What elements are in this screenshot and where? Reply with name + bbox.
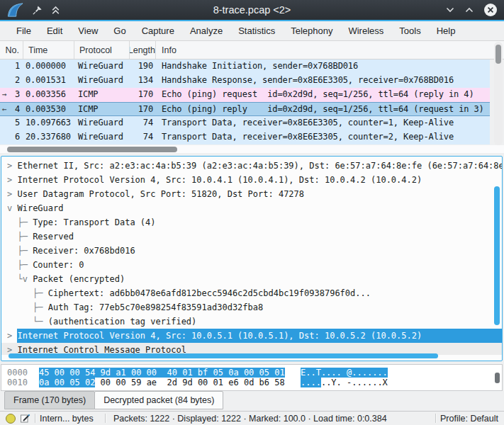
tree-row-10[interactable]: ├─ Auth Tag: 77eb5c70e898254f83591ad30d3… — [1, 300, 502, 314]
column-header-time[interactable]: Time — [23, 41, 74, 59]
related-request-arrow-icon: → — [2, 88, 7, 101]
statusbar-separator — [35, 414, 35, 423]
menu-edit[interactable]: Edit — [39, 22, 70, 40]
packet-row-1[interactable]: 10.000000WireGuard190Handshake Initiatio… — [0, 60, 490, 74]
menu-tools[interactable]: Tools — [391, 22, 428, 40]
cell-protocol: WireGuard — [74, 60, 130, 74]
expert-info-icon[interactable] — [6, 414, 16, 424]
column-header-no[interactable]: No. — [0, 41, 23, 59]
packet-row-3[interactable]: →30.003356ICMP170Echo (ping) request id=… — [0, 88, 490, 102]
shade-icon[interactable] — [50, 5, 61, 16]
collapsed-icon[interactable]: ├─ — [7, 244, 33, 258]
column-header-label: Info — [156, 45, 177, 55]
menubar: FileEditViewGoCaptureAnalyzeStatisticsTe… — [0, 21, 504, 41]
window-title: 8-trace.pcap <2> — [0, 0, 504, 20]
collapsed-icon[interactable]: └─ — [7, 314, 48, 329]
collapsed-icon[interactable]: ├─ — [7, 215, 33, 230]
tree-row-2[interactable]: > User Datagram Protocol, Src Port: 5182… — [1, 187, 502, 201]
tree-row-3[interactable]: v WireGuard — [1, 201, 502, 215]
hex-bytes-rest: 00 00 59 ae 2d 9d 00 01 e6 0d b6 58 — [95, 378, 284, 387]
tree-row-11[interactable]: └─ (authentication tag verified) — [1, 314, 502, 329]
cell-info: Transport Data, receiver=0x8E6E3305, cou… — [156, 130, 490, 144]
details-vscrollbar[interactable] — [494, 186, 500, 325]
cell-info: Handshake Response, sender=0x8E6E3305, r… — [156, 74, 490, 88]
menu-file[interactable]: File — [9, 22, 39, 40]
collapsed-icon[interactable]: > — [7, 173, 17, 187]
tree-row-12[interactable]: > Internet Protocol Version 4, Src: 10.0… — [1, 329, 502, 343]
column-header-info[interactable]: Info — [156, 41, 504, 59]
wireshark-window: 8-trace.pcap <2> — [0, 0, 504, 425]
packet-row-6[interactable]: 620.337680WireGuard74Transport Data, rec… — [0, 130, 490, 144]
tree-row-0[interactable]: > Ethernet II, Src: a2:e3:ac:4a:b5:39 (a… — [1, 159, 502, 173]
titlebar[interactable]: 8-trace.pcap <2> — [0, 0, 504, 20]
cell-length: 74 — [130, 130, 156, 144]
details-hscrollbar[interactable] — [9, 353, 438, 358]
packet-list: 10.000000WireGuard190Handshake Initiatio… — [0, 60, 490, 144]
menu-capture[interactable]: Capture — [134, 22, 182, 40]
hex-bytes[interactable]: 45 00 00 54 9d a1 00 00 40 01 bf 05 0a 0… — [39, 368, 285, 378]
hex-row-0010[interactable]: 00100a 00 05 02 00 00 59 ae 2d 9d 00 01 … — [1, 378, 502, 387]
cell-length: 190 — [130, 60, 156, 74]
packet-list-hscrollbar[interactable] — [0, 145, 504, 153]
close-button[interactable] — [483, 3, 498, 17]
tree-row-label: Receiver: 0x768bd016 — [33, 244, 135, 258]
tree-row-label: Internet Protocol Version 4, Src: 10.0.5… — [17, 329, 502, 343]
ascii-bytes[interactable]: E..T.... @....... — [301, 368, 388, 378]
tree-row-9[interactable]: ├─ Ciphertext: ad6bb0478e6afd812becc5946… — [1, 286, 502, 300]
collapsed-icon[interactable]: > — [7, 159, 17, 173]
column-header-length[interactable]: Length — [130, 41, 156, 59]
menu-go[interactable]: Go — [106, 22, 133, 40]
cell-info: Transport Data, receiver=0x8E6E3305, cou… — [156, 116, 490, 130]
tree-row-7[interactable]: ├─ Counter: 0 — [1, 258, 502, 272]
menu-help[interactable]: Help — [429, 22, 464, 40]
cell-info: Echo (ping) request id=0x2d9d, seq=1/256… — [156, 88, 490, 102]
collapsed-icon[interactable]: ├─ — [7, 230, 33, 244]
packet-list-header: No.TimeProtocolLengthInfo — [0, 41, 504, 60]
expanded-icon[interactable]: └v — [7, 272, 33, 286]
expanded-icon[interactable]: v — [7, 201, 17, 215]
packet-row-2[interactable]: 20.001531WireGuard134Handshake Response,… — [0, 74, 490, 88]
tree-row-5[interactable]: ├─ Reserved — [1, 230, 502, 244]
scrollbar-handle[interactable] — [495, 45, 501, 64]
ascii-bytes[interactable]: ......Y. -......X — [301, 378, 388, 387]
packet-row-4[interactable]: ←40.003530ICMP170Echo (ping) reply id=0x… — [0, 102, 490, 116]
column-header-protocol[interactable]: Protocol — [74, 41, 130, 59]
collapsed-icon[interactable]: > — [7, 329, 17, 343]
packet-list-vscrollbar[interactable] — [494, 42, 503, 145]
cell-info: Echo (ping) reply id=0x2d9d, seq=1/256, … — [156, 103, 490, 115]
related-response-arrow-icon: ← — [2, 103, 7, 116]
tab-frame[interactable]: Frame (170 bytes) — [4, 391, 95, 409]
tree-row-8[interactable]: └v Packet (encrypted) — [1, 272, 502, 286]
menu-view[interactable]: View — [70, 22, 106, 40]
menu-statistics[interactable]: Statistics — [230, 22, 283, 40]
tree-row-label: Ciphertext: ad6bb0478e6afd812becc5946c2d… — [48, 286, 371, 300]
maximize-button[interactable] — [464, 5, 474, 15]
tab-decrypted[interactable]: Decrypted packet (84 bytes) — [94, 391, 223, 409]
collapsed-icon[interactable]: > — [7, 187, 17, 201]
pin-icon[interactable] — [32, 5, 43, 16]
hex-row-0000[interactable]: 000045 00 00 54 9d a1 00 00 40 01 bf 05 … — [1, 368, 502, 378]
minimize-button[interactable] — [445, 5, 455, 15]
collapsed-icon[interactable]: ├─ — [7, 286, 48, 300]
cell-time: 0.003530 — [23, 103, 74, 115]
collapsed-icon[interactable]: ├─ — [7, 258, 33, 272]
scrollbar-handle[interactable] — [7, 147, 177, 152]
tree-row-4[interactable]: ├─ Type: Transport Data (4) — [1, 215, 502, 230]
profile-text[interactable]: Profile: Default — [440, 414, 498, 424]
tree-row-6[interactable]: ├─ Receiver: 0x768bd016 — [1, 244, 502, 258]
cell-length: 74 — [130, 116, 156, 130]
bytes-vscrollbar[interactable] — [495, 373, 500, 383]
packet-details-pane: > Ethernet II, Src: a2:e3:ac:4a:b5:39 (a… — [1, 156, 503, 361]
ascii-rest: ..Y. -......X — [321, 378, 388, 387]
packet-row-5[interactable]: 510.097663WireGuard74Transport Data, rec… — [0, 116, 490, 130]
hex-bytes[interactable]: 0a 00 05 02 00 00 59 ae 2d 9d 00 01 e6 0… — [39, 378, 285, 387]
tree-row-label: Counter: 0 — [33, 258, 84, 272]
capture-comment-icon[interactable] — [20, 413, 30, 424]
tree-row-label: WireGuard — [17, 201, 63, 215]
menu-analyze[interactable]: Analyze — [182, 22, 230, 40]
tree-row-1[interactable]: > Internet Protocol Version 4, Src: 10.0… — [1, 173, 502, 187]
menu-wireless[interactable]: Wireless — [340, 22, 391, 40]
menu-telephony[interactable]: Telephony — [283, 22, 340, 40]
collapsed-icon[interactable]: ├─ — [7, 300, 48, 314]
packet-details-tree: > Ethernet II, Src: a2:e3:ac:4a:b5:39 (a… — [1, 159, 502, 355]
